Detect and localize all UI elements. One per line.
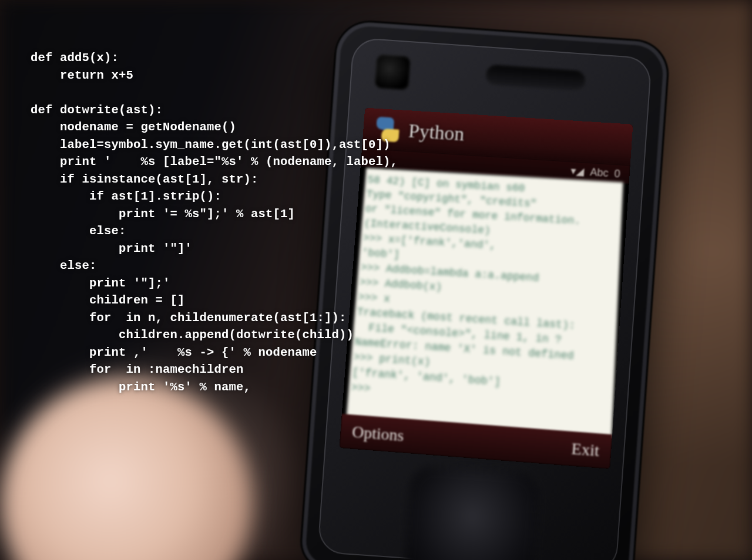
signal-icon: ▾◢: [570, 164, 585, 178]
input-mode: Abc: [590, 166, 609, 180]
code-overlay: def add5(x): return x+5 def dotwrite(ast…: [31, 49, 398, 396]
char-count: 0: [614, 167, 620, 180]
softkey-exit[interactable]: Exit: [571, 439, 600, 460]
phone-dpad[interactable]: [403, 465, 540, 560]
softkey-options[interactable]: Options: [351, 422, 404, 445]
app-title: Python: [408, 120, 465, 145]
